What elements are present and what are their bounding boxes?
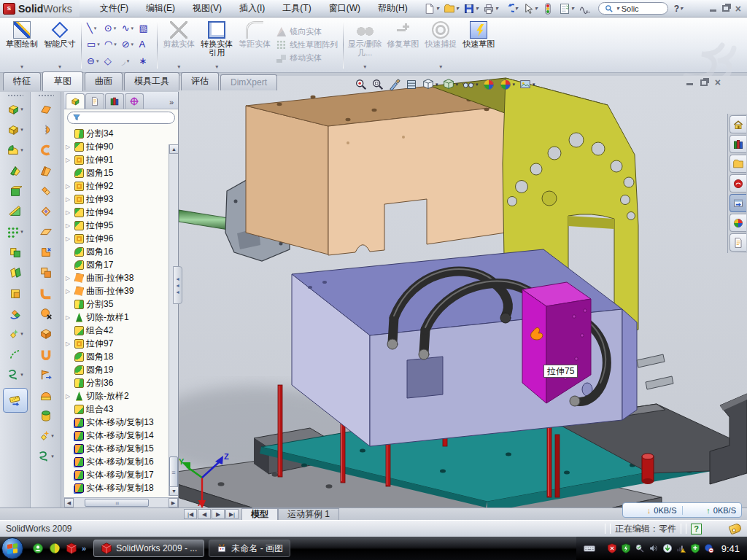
command-button[interactable]: 快速捕捉▾	[422, 19, 460, 71]
dropdown-icon[interactable]: ▾	[58, 63, 61, 70]
sketch-entity-tool[interactable]: ∿▾	[120, 20, 136, 36]
ribbon-tab[interactable]: 评估	[181, 72, 219, 90]
command-button[interactable]: 剪裁实体▾	[160, 19, 198, 71]
command-button[interactable]: 转换实体引用▾	[198, 19, 236, 71]
menu-item[interactable]: 编辑(E)	[139, 1, 182, 16]
command-button[interactable]: 草图绘制▾	[3, 19, 41, 71]
feature-tree-item[interactable]: ▷圆角16	[64, 245, 169, 258]
feature-tree-item[interactable]: ▷实体-移动/复制16	[64, 455, 169, 468]
feature-tree-item[interactable]: ▷拉伸95	[64, 219, 169, 232]
command-button[interactable]: 智能尺寸▾	[41, 19, 79, 71]
design-checker[interactable]: ▾	[557, 2, 576, 15]
combine-bodies[interactable]	[0, 242, 30, 262]
tab-nav-button[interactable]: ▶	[212, 509, 225, 519]
command-row[interactable]: 移动实体	[276, 52, 338, 63]
feature-tree-item[interactable]: ▷拉伸91	[64, 153, 169, 166]
menu-item[interactable]: 视图(V)	[185, 1, 229, 16]
rib[interactable]	[0, 283, 30, 303]
ribbon-tab[interactable]: DimXpert	[220, 74, 277, 90]
zoom-to-area[interactable]	[371, 77, 385, 92]
expand-arrow-icon[interactable]: ▷	[66, 288, 72, 295]
sketch-entity-tool[interactable]: ◞▾	[120, 53, 136, 69]
menu-item[interactable]: 帮助(H)	[371, 1, 415, 16]
curved-surface[interactable]	[31, 283, 61, 303]
document-tab[interactable]: 运动算例 1	[278, 508, 339, 520]
scroll-right-button[interactable]: ▶	[169, 498, 178, 508]
extend-surface[interactable]	[31, 365, 61, 385]
knit-surface[interactable]	[31, 385, 61, 405]
planar-surface[interactable]	[31, 222, 61, 242]
dropdown-icon[interactable]: ▾	[363, 63, 366, 70]
dropdown-icon[interactable]: ▾	[177, 63, 180, 70]
command-button[interactable]: 快速草图	[460, 19, 498, 71]
linear-pattern[interactable]: ▾	[0, 222, 30, 242]
manager-more-chevron[interactable]: »	[166, 98, 177, 109]
sketch-entity-tool[interactable]: ∗	[137, 53, 153, 69]
save[interactable]: ▾	[462, 2, 480, 15]
dropdown-icon[interactable]: ▾	[20, 63, 23, 70]
revolved-surface[interactable]	[31, 120, 61, 140]
delete-face[interactable]	[31, 303, 61, 324]
helix-spiral[interactable]: ▾	[0, 365, 30, 385]
download-manager[interactable]	[662, 543, 673, 553]
scroll-up-button[interactable]: ▲	[169, 144, 178, 154]
select[interactable]: ▾	[521, 2, 539, 15]
sketch-entity-tool[interactable]: ▭▾	[85, 36, 101, 52]
feature-tree-item[interactable]: ▷组合43	[64, 402, 169, 416]
expand-arrow-icon[interactable]: ▷	[66, 275, 72, 281]
feature-tree-item[interactable]: ▷实体-移动/复制14	[64, 429, 169, 442]
feature-tree-item[interactable]: ▷分割34	[64, 127, 169, 140]
extruded-cut[interactable]: ▾	[0, 120, 30, 140]
feature-tree-item[interactable]: ▷圆角15	[64, 166, 169, 179]
appearances-scenes[interactable]	[729, 214, 746, 232]
minimize-button[interactable]	[710, 6, 716, 12]
feature-tree-item[interactable]: ▷拉伸93	[64, 192, 169, 206]
sketch-entity-tool[interactable]: ⊘▾	[120, 36, 136, 52]
expand-arrow-icon[interactable]: ▷	[66, 236, 72, 242]
feature-tree-item[interactable]: ▷曲面-拉伸38	[64, 271, 169, 284]
menu-item[interactable]: 窗口(W)	[322, 1, 368, 16]
sync-status[interactable]	[704, 543, 714, 553]
section-view[interactable]	[387, 77, 402, 92]
feature-tree-item[interactable]: ▷实体-移动/复制15	[64, 442, 169, 455]
tags-icon[interactable]	[728, 523, 742, 535]
sketch-entity-tool[interactable]: ◇	[103, 53, 119, 69]
top-clamp-plate-tan[interactable]	[246, 86, 511, 255]
dropdown-icon[interactable]: ▾	[439, 63, 442, 70]
design-library[interactable]	[729, 135, 746, 153]
tab-nav-button[interactable]: |◀	[184, 509, 197, 519]
3d-model-canvas[interactable]: Y Z X	[179, 76, 747, 508]
doc-close-button[interactable]: ×	[715, 79, 721, 86]
ribbon-tab[interactable]: 曲面	[85, 72, 123, 90]
tree-filter-input[interactable]	[67, 112, 175, 124]
zoom-to-fit[interactable]	[354, 77, 368, 92]
tree-horizontal-scrollbar[interactable]: ◀ ▶	[64, 497, 178, 508]
expand-arrow-icon[interactable]: ▷	[66, 314, 72, 321]
graphics-area[interactable]: Y Z X ▾▾▾▾▾ × 拉伸75	[179, 76, 747, 508]
lofted-surface[interactable]	[31, 160, 61, 181]
expand-arrow-icon[interactable]: ▷	[66, 209, 72, 216]
sketch-entity-tool[interactable]: ⊙▾	[103, 20, 119, 36]
filled-surface[interactable]	[31, 201, 61, 222]
voice-commands[interactable]	[577, 2, 592, 15]
scroll-thumb[interactable]	[85, 499, 149, 507]
quick-launch-chevron[interactable]: »	[82, 544, 86, 553]
feature-tree-item[interactable]: ▷拉伸94	[64, 206, 169, 219]
scroll-down-button[interactable]: ▼	[169, 486, 178, 496]
scroll-left-button[interactable]: ◀	[64, 498, 74, 508]
feature-tree-item[interactable]: ▷拉伸92	[64, 179, 169, 192]
expand-arrow-icon[interactable]: ▷	[66, 183, 72, 190]
solidworks-shortcut[interactable]	[66, 542, 77, 554]
expand-arrow-icon[interactable]: ▷	[66, 393, 72, 400]
ribbon-tab[interactable]: 特征	[3, 72, 41, 90]
ribbon-tab[interactable]: 草图	[42, 71, 83, 91]
ribbon-tab[interactable]: 模具工具	[124, 72, 179, 90]
feature-manager[interactable]	[66, 93, 85, 109]
helix-curve[interactable]: ▾	[31, 446, 61, 467]
split[interactable]	[0, 262, 30, 283]
sketch-entity-tool[interactable]: ◠▾	[103, 36, 119, 52]
toolbar-grip[interactable]	[38, 94, 54, 97]
search-box[interactable]: ▾ Solic	[598, 2, 668, 15]
taskbar-window-button[interactable]: SolidWorks 2009 - ...	[93, 540, 204, 557]
sketch-entity-tool[interactable]: ╲▾	[85, 20, 101, 36]
